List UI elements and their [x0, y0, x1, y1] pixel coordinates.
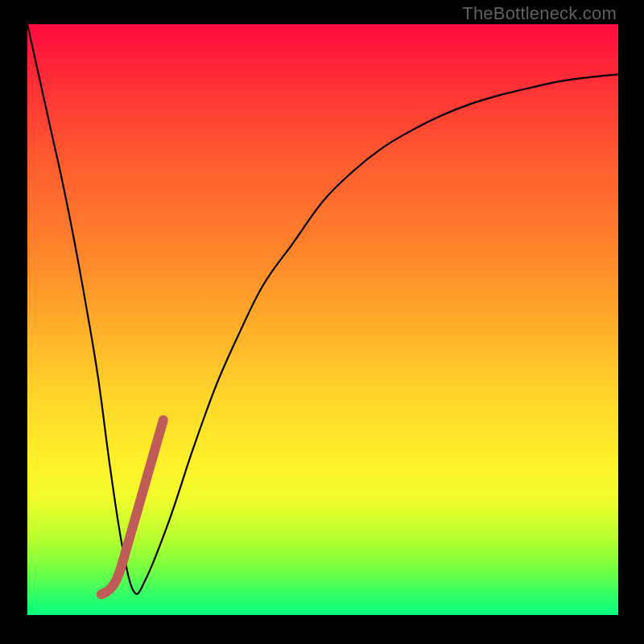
bottleneck-curve — [27, 24, 618, 594]
watermark-text: TheBottleneck.com — [462, 3, 617, 24]
chart-frame: TheBottleneck.com — [0, 0, 644, 644]
chart-svg — [27, 24, 618, 615]
highlight-segment — [101, 420, 163, 595]
plot-area — [27, 24, 618, 615]
